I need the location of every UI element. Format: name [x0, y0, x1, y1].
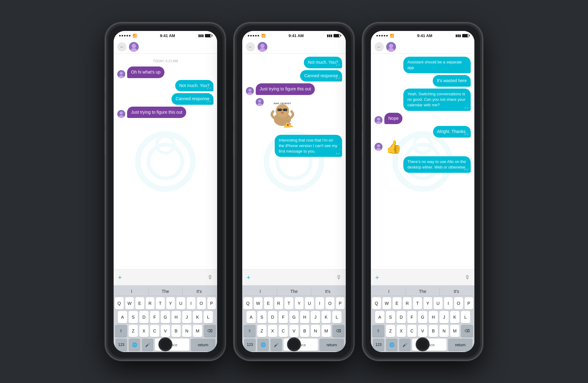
key-3-v[interactable]: V	[418, 325, 427, 337]
autocomplete-2-2[interactable]: The	[277, 287, 311, 296]
key-123[interactable]: 123	[115, 339, 127, 351]
key-3-x[interactable]: X	[397, 325, 406, 337]
key-2-a[interactable]: A	[247, 311, 256, 323]
autocomplete-3-1[interactable]: I	[372, 287, 406, 296]
key-p[interactable]: P	[207, 297, 216, 309]
key-2-h[interactable]: H	[300, 311, 309, 323]
key-3-w[interactable]: W	[383, 297, 391, 309]
autocomplete-2-1[interactable]: I	[243, 287, 277, 296]
key-3-mic[interactable]: 🎤	[399, 339, 411, 351]
key-3-g[interactable]: G	[418, 311, 427, 323]
key-3-123[interactable]: 123	[373, 339, 384, 351]
key-k[interactable]: K	[193, 311, 202, 323]
key-3-s[interactable]: S	[386, 311, 395, 323]
autocomplete-3-3[interactable]: It's	[440, 287, 473, 296]
key-2-q[interactable]: Q	[243, 297, 252, 309]
key-2-o[interactable]: O	[326, 297, 334, 309]
key-w[interactable]: W	[125, 297, 134, 309]
key-3-c[interactable]: C	[407, 325, 417, 337]
key-3-h[interactable]: H	[429, 311, 438, 323]
key-2-mic[interactable]: 🎤	[270, 339, 282, 351]
key-y[interactable]: Y	[166, 297, 175, 309]
key-s[interactable]: S	[129, 311, 138, 323]
key-2-n[interactable]: N	[311, 325, 320, 337]
home-button-2[interactable]	[287, 337, 301, 351]
key-3-q[interactable]: Q	[372, 297, 381, 309]
key-z[interactable]: Z	[129, 325, 138, 337]
mic-button-2[interactable]: 🎙	[336, 274, 341, 281]
key-2-s[interactable]: S	[257, 311, 266, 323]
key-o[interactable]: O	[197, 297, 206, 309]
key-3-globe[interactable]: 🌐	[386, 339, 398, 351]
key-2-return[interactable]: return	[319, 339, 344, 351]
autocomplete-3-2[interactable]: The	[406, 287, 439, 296]
key-3-t[interactable]: T	[413, 297, 422, 309]
autocomplete-item-3[interactable]: It's	[183, 287, 216, 296]
key-2-g[interactable]: G	[289, 311, 299, 323]
key-t[interactable]: T	[156, 297, 165, 309]
key-2-b[interactable]: B	[300, 325, 309, 337]
key-3-m[interactable]: M	[450, 325, 459, 337]
plus-button-1[interactable]: +	[118, 274, 122, 282]
key-shift[interactable]: ⇧	[115, 325, 127, 337]
key-2-v[interactable]: V	[289, 325, 299, 337]
key-3-l[interactable]: L	[461, 311, 470, 323]
key-2-c[interactable]: C	[279, 325, 288, 337]
key-v[interactable]: V	[161, 325, 170, 337]
key-2-l[interactable]: L	[332, 311, 341, 323]
key-2-d[interactable]: D	[268, 311, 277, 323]
key-2-t[interactable]: T	[285, 297, 293, 309]
key-2-globe[interactable]: 🌐	[257, 339, 269, 351]
key-2-k[interactable]: K	[322, 311, 331, 323]
key-2-e[interactable]: E	[264, 297, 273, 309]
key-3-b[interactable]: B	[429, 325, 438, 337]
key-3-o[interactable]: O	[454, 297, 463, 309]
key-2-w[interactable]: W	[254, 297, 263, 309]
mic-button-1[interactable]: 🎙	[207, 274, 213, 281]
key-2-x[interactable]: X	[268, 325, 277, 337]
key-backspace[interactable]: ⌫	[204, 325, 216, 337]
key-h[interactable]: H	[172, 311, 181, 323]
key-n[interactable]: N	[182, 325, 191, 337]
key-g[interactable]: G	[161, 311, 170, 323]
key-2-m[interactable]: M	[322, 325, 331, 337]
key-3-u[interactable]: U	[434, 297, 443, 309]
home-button-3[interactable]	[416, 337, 430, 351]
key-x[interactable]: X	[139, 325, 149, 337]
key-3-return[interactable]: return	[448, 339, 473, 351]
key-3-z[interactable]: Z	[386, 325, 395, 337]
autocomplete-item-2[interactable]: The	[149, 287, 182, 296]
back-button-2[interactable]: ←	[246, 42, 255, 51]
autocomplete-item-1[interactable]: I	[115, 287, 149, 296]
autocomplete-2-3[interactable]: It's	[311, 287, 345, 296]
key-2-y[interactable]: Y	[295, 297, 304, 309]
key-e[interactable]: E	[135, 297, 144, 309]
key-3-r[interactable]: R	[403, 297, 412, 309]
key-2-123[interactable]: 123	[244, 339, 256, 351]
key-3-j[interactable]: J	[439, 311, 449, 323]
key-q[interactable]: Q	[115, 297, 124, 309]
key-2-j[interactable]: J	[311, 311, 320, 323]
key-2-z[interactable]: Z	[257, 325, 266, 337]
key-m[interactable]: M	[193, 325, 202, 337]
key-3-backspace[interactable]: ⌫	[461, 325, 473, 337]
key-d[interactable]: D	[139, 311, 149, 323]
key-3-k[interactable]: K	[450, 311, 459, 323]
back-button-3[interactable]: ←	[375, 42, 384, 51]
key-i[interactable]: I	[187, 297, 196, 309]
key-2-shift[interactable]: ⇧	[243, 325, 256, 337]
mic-button-3[interactable]: 🎙	[465, 274, 470, 281]
key-b[interactable]: B	[172, 325, 181, 337]
key-a[interactable]: A	[118, 311, 127, 323]
key-3-y[interactable]: Y	[424, 297, 432, 309]
back-button-1[interactable]: ←	[117, 42, 126, 51]
key-2-backspace[interactable]: ⌫	[332, 325, 345, 337]
plus-button-3[interactable]: +	[375, 274, 379, 282]
key-u[interactable]: U	[176, 297, 185, 309]
key-2-u[interactable]: U	[305, 297, 314, 309]
key-globe[interactable]: 🌐	[129, 339, 140, 351]
key-2-f[interactable]: F	[279, 311, 288, 323]
key-2-r[interactable]: R	[274, 297, 283, 309]
key-3-e[interactable]: E	[393, 297, 401, 309]
home-button-1[interactable]	[158, 337, 172, 351]
